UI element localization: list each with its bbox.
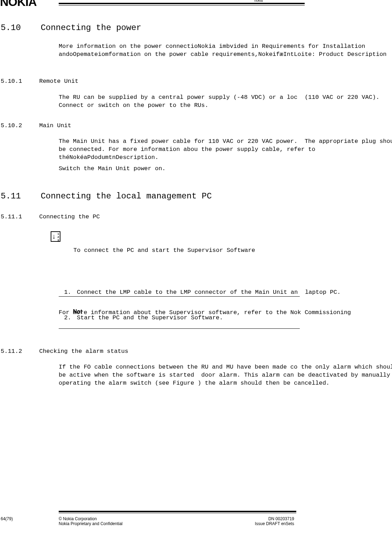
lead-to-connect-pc: To connect the PC and start the Supervis… bbox=[73, 247, 392, 255]
section-title-main-unit: Main Unit bbox=[39, 122, 71, 129]
page-number: 64(79) bbox=[1, 516, 13, 521]
section-number-5-10-2: 5.10.2 bbox=[1, 122, 36, 129]
step-1: Connect the LMP cable to the LMP connect… bbox=[75, 289, 392, 297]
section-title-connecting-local-management-pc: Connecting the local management PC bbox=[41, 191, 212, 201]
nokia-logo: NOKIA bbox=[0, 0, 37, 9]
section-number-5-11: 5.11 bbox=[1, 191, 36, 201]
arrow-down-icon: ↓ bbox=[52, 233, 56, 240]
section-title-checking-alarm-status: Checking the alarm status bbox=[39, 348, 128, 355]
note-rule-bottom bbox=[59, 328, 300, 329]
section-number-5-10: 5.10 bbox=[1, 23, 36, 32]
document-number: DN 00203719 bbox=[210, 516, 294, 521]
copyright: © Nokia Corporation bbox=[59, 516, 123, 521]
section-number-5-11-1: 5.11.1 bbox=[1, 213, 36, 220]
header-rule-thick bbox=[59, 3, 305, 4]
note-body: For more information about the Superviso… bbox=[59, 309, 392, 317]
para-5-10-2-b: Switch the Main Unit power on. bbox=[59, 165, 392, 173]
section-title-connecting-the-pc: Connecting the PC bbox=[39, 213, 100, 220]
para-5-11-2: If the FO cable connections between the … bbox=[59, 363, 392, 387]
section-title-connecting-the-power: Connecting the power bbox=[41, 23, 141, 32]
confidential: Nokia Proprietary and Confidential bbox=[59, 521, 123, 526]
footer-rule-thin bbox=[59, 513, 296, 513]
para-5-10: More information on the power connectioN… bbox=[59, 43, 392, 59]
section-number-5-11-2: 5.11.2 bbox=[1, 348, 36, 355]
para-5-10-2-a: The Main Unit has a fixed power cable fo… bbox=[59, 138, 392, 162]
issue: Issue DRAFT enSets bbox=[210, 521, 294, 526]
header-corner-note: nokia bbox=[254, 0, 263, 2]
section-title-remote-unit: Remote Unit bbox=[39, 78, 78, 85]
note-rule-top bbox=[59, 296, 300, 297]
section-number-5-10-1: 5.10.1 bbox=[1, 78, 36, 85]
numbered-steps-icon: ↓ 123 bbox=[51, 231, 60, 242]
header-rule-thin bbox=[59, 5, 305, 6]
footer-rule-thick bbox=[59, 511, 296, 512]
para-5-10-1: The RU can be supplied by a central powe… bbox=[59, 94, 392, 110]
steps-123-icon: 123 bbox=[58, 232, 59, 242]
